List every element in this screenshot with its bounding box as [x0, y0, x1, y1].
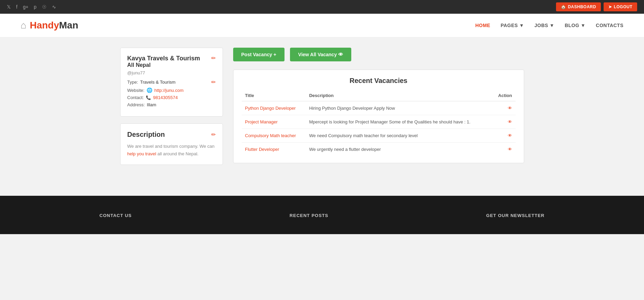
logo-man: Man — [59, 20, 78, 31]
desc-title: Description — [127, 131, 165, 139]
logout-label: LOGOUT — [614, 4, 632, 9]
eye-icon[interactable]: 👁 — [508, 106, 512, 111]
vacancy-action-cell[interactable]: 👁 — [492, 115, 515, 129]
pinterest-icon[interactable]: p — [34, 4, 37, 10]
table-header-row: Title Description Action — [242, 90, 516, 101]
dashboard-icon: 🏠 — [561, 4, 566, 9]
footer-recent-posts-title: RECENT POSTS — [290, 213, 328, 218]
vacancy-action-cell[interactable]: 👁 — [492, 129, 515, 143]
nav-blog-label: BLOG — [565, 23, 579, 28]
eye-icon[interactable]: 👁 — [508, 119, 512, 124]
dashboard-label: DASHBOARD — [568, 4, 596, 9]
chevron-down-icon: ▼ — [550, 23, 554, 28]
dashboard-button[interactable]: 🏠 DASHBOARD — [556, 2, 601, 11]
col-description: Description — [306, 90, 492, 101]
nav-jobs[interactable]: JOBS ▼ — [534, 23, 554, 28]
vacancies-table: Title Description Action Python Django D… — [242, 90, 516, 156]
company-website-row: Website: 🌐 http://junu.com — [127, 87, 216, 93]
vacancies-title: Recent Vacancies — [242, 77, 516, 85]
vacancy-title-link[interactable]: Compulsory Math teacher — [245, 133, 296, 138]
vacancy-title-cell: Python Django Developer — [242, 101, 306, 115]
social-icons: 𝕏 f g+ p ☉ ∿ — [7, 4, 56, 10]
vacancy-action-cell[interactable]: 👁 — [492, 143, 515, 156]
vacancy-title-cell: Flutter Developer — [242, 143, 306, 156]
sidebar: Kavya Travels & Tourism All Nepal ✏ @jun… — [120, 48, 223, 172]
contact-label: Contact: — [127, 95, 144, 100]
company-username: @junu77 — [127, 70, 216, 75]
footer: CONTACT US RECENT POSTS GET OUR NEWSLETT… — [0, 196, 644, 234]
vacancy-action-cell[interactable]: 👁 — [492, 101, 515, 115]
logo[interactable]: ⌂ HandyMan — [21, 20, 78, 31]
vacancy-title-cell: Project Manager — [242, 115, 306, 129]
type-label: Type: — [127, 80, 138, 85]
phone-icon: 📞 — [146, 95, 151, 100]
topbar: 𝕏 f g+ p ☉ ∿ 🏠 DASHBOARD ➤ LOGOUT — [0, 0, 644, 14]
company-contact-row: Contact: 📞 9814305574 — [127, 95, 216, 100]
vacancy-title-link[interactable]: Project Manager — [245, 119, 278, 124]
vacancy-title-cell: Compulsory Math teacher — [242, 129, 306, 143]
nav-blog[interactable]: BLOG ▼ — [565, 23, 585, 28]
nav-home[interactable]: HOME — [475, 23, 490, 28]
website-label: Website: — [127, 88, 144, 93]
vacancy-desc-cell: Hiring Python Django Developer Apply Now — [306, 101, 492, 115]
view-all-vacancy-button[interactable]: View All Vacancy 👁 — [290, 48, 351, 61]
main-content: Kavya Travels & Tourism All Nepal ✏ @jun… — [100, 37, 545, 182]
nav-pages-label: PAGES — [501, 23, 518, 28]
company-header: Kavya Travels & Tourism All Nepal ✏ — [127, 55, 216, 70]
table-row: Project Manager Mpercept is looking for … — [242, 115, 516, 129]
desc-text-plain: We are travel and tourism company. We ca… — [127, 144, 215, 149]
type-value: Travels & Tourism — [140, 80, 175, 85]
vacancy-desc-cell: We urgently need a flutter developer — [306, 143, 492, 156]
company-card: Kavya Travels & Tourism All Nepal ✏ @jun… — [120, 48, 223, 117]
rss-icon[interactable]: ∿ — [52, 4, 56, 10]
edit-desc-icon[interactable]: ✏ — [211, 131, 216, 138]
company-type-row: Type: Travels & Tourism ✏ — [127, 79, 216, 85]
desc-text-plain2: all around the Nepal. — [156, 151, 199, 156]
desc-text: We are travel and tourism company. We ca… — [127, 143, 216, 158]
vacancy-desc-cell: We need Compulsory math teacher for seco… — [306, 129, 492, 143]
table-row: Python Django Developer Hiring Python Dj… — [242, 101, 516, 115]
edit-company-icon[interactable]: ✏ — [211, 55, 216, 61]
col-action: Action — [492, 90, 515, 101]
vacancies-card: Recent Vacancies Title Description Actio… — [233, 70, 524, 163]
col-title: Title — [242, 90, 306, 101]
eye-icon[interactable]: 👁 — [508, 133, 512, 138]
right-content: Post Vacancy + View All Vacancy 👁 Recent… — [233, 48, 524, 172]
googleplus-icon[interactable]: g+ — [23, 4, 28, 10]
footer-newsletter: GET OUR NEWSLETTER — [486, 213, 544, 224]
desc-card-header: Description ✏ — [127, 131, 216, 139]
eye-icon[interactable]: 👁 — [508, 147, 512, 152]
logo-house-icon: ⌂ — [21, 20, 26, 31]
topbar-actions: 🏠 DASHBOARD ➤ LOGOUT — [556, 2, 637, 11]
address-value: Illam — [147, 102, 156, 107]
nav-pages[interactable]: PAGES ▼ — [501, 23, 524, 28]
edit-type-icon[interactable]: ✏ — [211, 79, 216, 85]
main-nav: HOME PAGES ▼ JOBS ▼ BLOG ▼ CONTACTS — [475, 23, 623, 28]
nav-contacts[interactable]: CONTACTS — [596, 23, 623, 28]
header: ⌂ HandyMan HOME PAGES ▼ JOBS ▼ BLOG ▼ CO… — [0, 14, 644, 37]
contact-number: 9814305574 — [153, 95, 178, 100]
table-row: Compulsory Math teacher We need Compulso… — [242, 129, 516, 143]
footer-contact-us-title: CONTACT US — [100, 213, 132, 218]
website-url[interactable]: http://junu.com — [154, 88, 184, 93]
company-name-block: Kavya Travels & Tourism All Nepal — [127, 55, 200, 70]
vacancy-title-link[interactable]: Python Django Developer — [245, 106, 296, 111]
post-vacancy-button[interactable]: Post Vacancy + — [233, 48, 285, 61]
chevron-down-icon: ▼ — [519, 23, 524, 28]
nav-jobs-label: JOBS — [534, 23, 548, 28]
logout-icon: ➤ — [608, 4, 612, 9]
vacancy-title-link[interactable]: Flutter Developer — [245, 147, 279, 152]
facebook-icon[interactable]: f — [16, 4, 17, 10]
footer-top: CONTACT US RECENT POSTS GET OUR NEWSLETT… — [0, 196, 644, 234]
vacancy-desc-cell: Mpercept is looking for Project Manager … — [306, 115, 492, 129]
instagram-icon[interactable]: ☉ — [42, 4, 47, 10]
footer-recent-posts: RECENT POSTS — [290, 213, 328, 224]
action-buttons: Post Vacancy + View All Vacancy 👁 — [233, 48, 524, 61]
table-row: Flutter Developer We urgently need a flu… — [242, 143, 516, 156]
description-card: Description ✏ We are travel and tourism … — [120, 123, 223, 165]
company-subtitle: All Nepal — [127, 62, 200, 68]
twitter-icon[interactable]: 𝕏 — [7, 4, 11, 10]
company-address-row: Address: Illam — [127, 102, 216, 107]
logout-button[interactable]: ➤ LOGOUT — [604, 2, 637, 11]
desc-text-highlight: help you travel — [127, 151, 156, 156]
